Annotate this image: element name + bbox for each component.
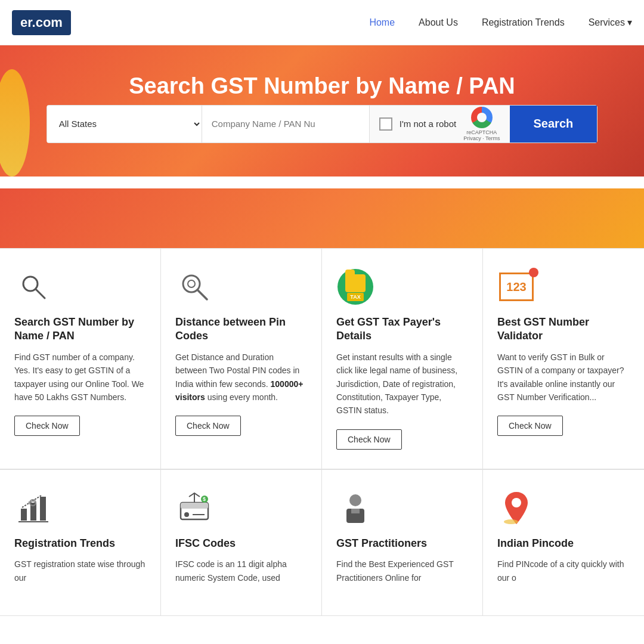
folder-icon xyxy=(345,274,366,292)
123-label: 123 xyxy=(499,273,534,301)
card6-title: IFSC Codes xyxy=(175,537,307,550)
card5-desc: GST registration state wise through our xyxy=(14,558,146,584)
card6-desc: IFSC code is an 11 digit alpha numeric S… xyxy=(175,558,307,584)
services-grid-row1: Search GST Number byName / PAN Find GST … xyxy=(0,248,644,469)
search-button[interactable]: Search xyxy=(510,106,597,143)
taxpayer-icon: TAX xyxy=(336,268,374,306)
tax-circle-icon: TAX xyxy=(338,269,373,305)
svg-rect-5 xyxy=(21,509,27,521)
card1-desc: Find GST number of a company. Yes. It's … xyxy=(14,351,146,404)
svg-point-12 xyxy=(184,512,189,517)
service-card-ifsc: $ IFSC Codes IFSC code is an 11 digit al… xyxy=(161,470,322,616)
svg-point-4 xyxy=(188,280,195,287)
ifsc-icon-svg: $ xyxy=(177,491,212,525)
card3-desc: Get instant results with a single click … xyxy=(336,351,468,417)
map-pin-icon-svg xyxy=(499,490,534,527)
hero-banner: Search GST Number by Name / PAN 50 Lakhs… xyxy=(0,45,644,177)
search-bar: All States I'm not a robot reCAPTCHA Pri… xyxy=(47,105,597,143)
card2-title: Distance between Pin Codes xyxy=(175,315,307,343)
svg-point-21 xyxy=(504,519,518,524)
card1-check-now[interactable]: Check Now xyxy=(14,416,80,436)
decorative-band xyxy=(0,188,644,248)
card7-title: GST Practitioners xyxy=(336,537,468,550)
card4-desc: Want to verify GST in Bulk or GSTIN of a… xyxy=(497,351,630,404)
card3-check-now[interactable]: Check Now xyxy=(336,429,402,450)
card7-desc: Find the Best Experienced GST Practition… xyxy=(336,558,468,584)
service-card-reg-trends: $ Registration Trends GST registration s… xyxy=(0,470,161,616)
practitioner-icon xyxy=(336,489,374,527)
nav-services[interactable]: Services ▾ xyxy=(589,17,632,28)
tax-label: TAX xyxy=(347,293,363,301)
recaptcha-brand: reCAPTCHA xyxy=(466,129,497,135)
state-select[interactable]: All States xyxy=(47,106,202,143)
svg-line-1 xyxy=(36,289,45,298)
service-card-distance: Distance between Pin Codes Get Distance … xyxy=(161,249,322,469)
nav-about[interactable]: About Us xyxy=(419,17,458,28)
svg-line-3 xyxy=(197,290,207,299)
number-box-icon: 123 xyxy=(499,273,534,301)
captcha-container: I'm not a robot reCAPTCHA Privacy · Term… xyxy=(369,106,510,143)
hero-title: Search GST Number by Name / PAN xyxy=(129,73,515,99)
card3-title: Get GST Tax Payer's Details xyxy=(336,315,468,343)
chevron-down-icon: ▾ xyxy=(627,17,632,28)
ifsc-icon: $ xyxy=(175,489,213,527)
recaptcha-icon xyxy=(471,107,493,128)
folder-tab-icon xyxy=(345,270,355,274)
svg-point-20 xyxy=(512,498,521,507)
trends-icon-svg: $ xyxy=(16,491,51,525)
card2-bold: 100000+ visitors xyxy=(175,379,303,402)
services-grid-row2: $ Registration Trends GST registration s… xyxy=(0,469,644,616)
gst-search-icon xyxy=(14,268,52,306)
reg-trends-icon: $ xyxy=(14,489,52,527)
svg-text:$: $ xyxy=(203,496,206,502)
card4-title: Best GST Number Validator xyxy=(497,315,630,343)
card2-desc: Get Distance and Duration between Two Po… xyxy=(175,351,307,404)
card8-desc: Find PINcode of a city quickly with our … xyxy=(497,558,630,584)
nav-links: Home About Us Registration Trends Servic… xyxy=(369,17,632,28)
site-logo[interactable]: er.com xyxy=(12,10,71,35)
red-dot-icon xyxy=(529,268,538,277)
card5-title: Registration Trends xyxy=(14,537,146,550)
service-card-practitioners: GST Practitioners Find the Best Experien… xyxy=(322,470,483,616)
distance-icon xyxy=(175,268,213,306)
magnifier-icon xyxy=(18,272,48,302)
card4-check-now[interactable]: Check Now xyxy=(497,416,563,436)
svg-rect-11 xyxy=(181,503,208,509)
person-icon-svg xyxy=(338,491,373,525)
recaptcha-sub: Privacy · Terms xyxy=(463,135,500,141)
validator-icon: 123 xyxy=(497,268,535,306)
svg-rect-7 xyxy=(40,497,46,521)
svg-rect-19 xyxy=(351,509,360,513)
pincode-icon xyxy=(497,489,535,527)
service-card-pincode: Indian Pincode Find PINcode of a city qu… xyxy=(483,470,644,616)
search-magnifier-icon xyxy=(178,271,210,303)
nav-home[interactable]: Home xyxy=(369,17,395,28)
card8-title: Indian Pincode xyxy=(497,537,630,550)
service-card-validator: 123 Best GST Number Validator Want to ve… xyxy=(483,249,644,469)
recaptcha-logo: reCAPTCHA Privacy · Terms xyxy=(463,107,500,141)
captcha-checkbox[interactable] xyxy=(379,117,392,131)
service-card-gst-search: Search GST Number byName / PAN Find GST … xyxy=(0,249,161,469)
navbar: er.com Home About Us Registration Trends… xyxy=(0,0,644,45)
nav-registration-trends[interactable]: Registration Trends xyxy=(482,17,565,28)
company-search-input[interactable] xyxy=(202,106,369,143)
hero-figure xyxy=(0,69,36,177)
card2-check-now[interactable]: Check Now xyxy=(175,416,241,436)
svg-point-17 xyxy=(349,494,361,506)
captcha-label: I'm not a robot xyxy=(400,119,456,129)
service-card-taxpayer: TAX Get GST Tax Payer's Details Get inst… xyxy=(322,249,483,469)
card1-title: Search GST Number byName / PAN xyxy=(14,315,146,343)
